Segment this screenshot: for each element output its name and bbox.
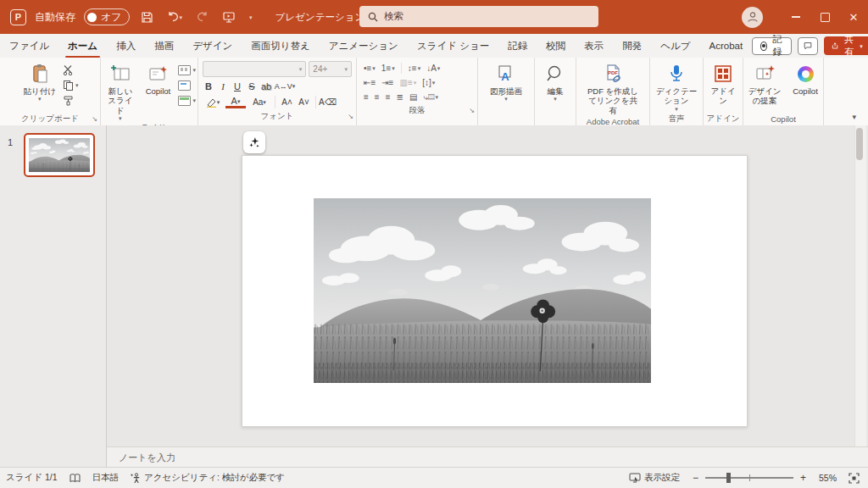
search-input[interactable]: 検索 — [359, 6, 598, 27]
fit-to-window-button[interactable] — [843, 473, 868, 484]
underline-button[interactable]: U — [231, 79, 243, 93]
align-left-button[interactable]: ≡ — [362, 91, 370, 103]
group-voice: ディクテーション ▾ 音声 — [650, 58, 704, 125]
smartart-convert-button[interactable]: ⤷▤▾ — [421, 91, 440, 103]
clear-formatting-button[interactable]: A⌫ — [320, 95, 335, 109]
strikethrough-button[interactable]: S — [246, 79, 258, 93]
start-slideshow-button[interactable] — [220, 9, 238, 25]
slide-layout-button[interactable]: ▾ — [176, 64, 198, 76]
accessibility-status[interactable]: アクセシビリティ: 検討が必要です — [125, 468, 291, 488]
zoom-out-button[interactable]: − — [691, 472, 700, 484]
tab-animations[interactable]: アニメーション — [320, 34, 408, 58]
cut-button[interactable] — [61, 64, 81, 76]
maximize-button[interactable] — [810, 0, 839, 34]
share-button[interactable]: 共有 ▾ — [824, 36, 868, 55]
tab-draw[interactable]: 描画 — [145, 34, 183, 58]
group-addins: アドイン アドイン — [704, 58, 743, 125]
addins-button[interactable]: アドイン — [704, 61, 743, 108]
columns-button[interactable]: ▥≡▾ — [398, 76, 418, 89]
new-slide-button[interactable]: 新しいスライド ▾ — [101, 61, 139, 123]
paste-button[interactable]: 貼り付け ▾ — [20, 61, 59, 103]
fit-to-window-icon — [849, 473, 860, 484]
align-center-button[interactable]: ≡ — [373, 91, 381, 103]
text-shadow-button[interactable]: ab — [260, 79, 272, 93]
collapse-ribbon-button[interactable]: ▾ — [847, 112, 861, 122]
zoom-level[interactable]: 55% — [813, 473, 843, 483]
bold-button[interactable]: B — [203, 79, 214, 93]
tab-design[interactable]: デザイン — [183, 34, 242, 58]
text-direction-button[interactable]: ↓A▾ — [425, 62, 442, 75]
close-button[interactable]: ✕ — [839, 0, 868, 34]
slides-copilot-button[interactable]: Copilot — [141, 61, 175, 97]
decrease-indent-button[interactable]: ⇤≡ — [362, 76, 377, 89]
designer-sparkle-button[interactable] — [243, 131, 265, 153]
tab-transitions[interactable]: 画面切り替え — [242, 34, 320, 58]
shape-drawing-button[interactable]: A 図形描画 ▾ — [487, 61, 526, 103]
line-spacing-button[interactable]: ↕≡▾ — [406, 62, 422, 75]
language-button[interactable]: 日本語 — [86, 468, 125, 488]
account-avatar[interactable] — [742, 7, 763, 28]
font-dialog-launcher[interactable]: ↘ — [348, 114, 353, 120]
autosave-toggle[interactable]: オフ — [84, 8, 130, 25]
copilot-button[interactable]: Copilot — [787, 61, 823, 97]
tab-developer[interactable]: 開発 — [613, 34, 651, 58]
undo-dropdown-icon: ▾ — [180, 14, 183, 20]
increase-indent-button[interactable]: ⇥≡ — [380, 76, 395, 89]
tab-acrobat[interactable]: Acrobat — [700, 34, 753, 58]
spellcheck-button[interactable] — [64, 468, 86, 488]
tab-help[interactable]: ヘルプ — [651, 34, 699, 58]
tab-review[interactable]: 校閲 — [537, 34, 575, 58]
tab-insert[interactable]: 挿入 — [107, 34, 145, 58]
bullets-button[interactable]: •≡▾ — [362, 62, 377, 75]
text-highlight-button[interactable]: ▾ — [203, 95, 223, 109]
numbering-button[interactable]: 1≡▾ — [380, 62, 397, 75]
comments-button[interactable] — [798, 37, 818, 55]
tab-record[interactable]: 記録 — [498, 34, 537, 58]
paragraph-dialog-launcher[interactable]: ↘ — [469, 108, 475, 114]
tab-slideshow[interactable]: スライド ショー — [408, 34, 498, 58]
zoom-slider-thumb[interactable] — [726, 473, 731, 483]
clipboard-dialog-launcher[interactable]: ↘ — [92, 116, 97, 123]
change-case-button[interactable]: Aa▾ — [248, 95, 270, 109]
increase-font-button[interactable]: A˄ — [280, 95, 294, 109]
save-button[interactable] — [138, 9, 156, 25]
editing-search-icon — [546, 63, 565, 85]
format-painter-button[interactable] — [61, 94, 81, 107]
align-right-button[interactable]: ≡ — [384, 91, 392, 103]
justify-button[interactable]: ≣ — [395, 91, 405, 103]
slide-section-button[interactable]: ▾ — [176, 94, 198, 107]
italic-button[interactable]: I — [217, 79, 229, 93]
slide-reset-button[interactable] — [176, 79, 198, 92]
font-color-button[interactable]: A▾ — [225, 96, 246, 108]
record-button[interactable]: 記録 — [752, 37, 792, 55]
display-settings-button[interactable]: 表示設定 — [623, 472, 686, 484]
editing-button[interactable]: 編集 ▾ — [538, 61, 572, 103]
quick-access-customize-button[interactable]: ▾ — [247, 13, 255, 22]
undo-button[interactable]: ▾ — [164, 9, 186, 25]
decrease-font-button[interactable]: A˅ — [297, 95, 311, 109]
tab-view[interactable]: 表示 — [575, 34, 613, 58]
distribute-button[interactable]: ▤ — [408, 91, 419, 103]
notes-pane[interactable]: ノートを入力 — [107, 446, 868, 468]
slide-picture[interactable] — [314, 198, 651, 383]
dictation-button[interactable]: ディクテーション ▾ — [650, 61, 703, 114]
character-spacing-button[interactable]: A↔V▾ — [275, 79, 295, 93]
slide[interactable] — [242, 155, 748, 427]
redo-button[interactable] — [193, 9, 211, 25]
scrollbar-thumb[interactable] — [856, 128, 863, 160]
create-pdf-button[interactable]: PDF PDF を作成してリンクを共有 — [581, 61, 645, 117]
zoom-slider-track[interactable] — [705, 477, 793, 479]
align-text-button[interactable]: [↕]▾ — [420, 76, 437, 89]
slide-number: 1 — [8, 137, 13, 147]
font-name-select[interactable]: ▾ — [203, 61, 306, 77]
font-size-select[interactable]: 24+▾ — [309, 61, 352, 77]
copy-button[interactable]: ▾ — [61, 79, 81, 92]
tab-home[interactable]: ホーム — [58, 34, 107, 58]
zoom-in-button[interactable]: + — [798, 472, 808, 484]
design-ideas-button[interactable]: デザインの提案 — [743, 61, 786, 108]
minimize-button[interactable] — [782, 0, 810, 34]
slide-thumbnail[interactable] — [24, 133, 95, 177]
vertical-scrollbar[interactable]: ▲ ▼ — [854, 125, 866, 447]
tab-file[interactable]: ファイル — [0, 34, 58, 58]
search-placeholder: 検索 — [384, 10, 403, 23]
